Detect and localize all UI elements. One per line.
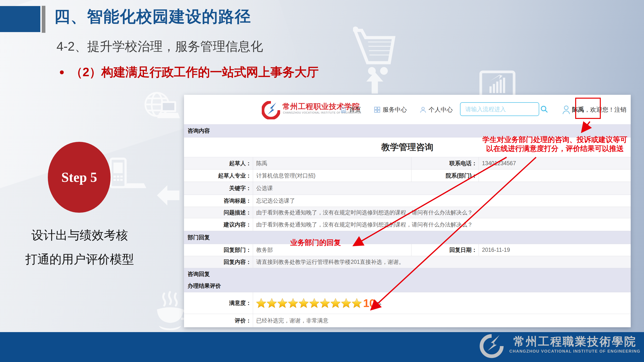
nav-item-label: 服务中心	[383, 106, 407, 114]
rating-score: 10	[363, 297, 376, 310]
annotation-satisfaction-note: 学生对业务部门处理的咨询、投诉或建议等可 以在线进行满意度打分，评价结果可以推送	[481, 135, 629, 153]
star-icon[interactable]	[320, 298, 330, 308]
arrow-left-icon	[156, 183, 180, 207]
nav-item-label: 首页	[349, 106, 361, 114]
footer-bar: 常州工程職業技術學院 CHANGZHOU VOCATIONAL INSTITUT…	[0, 332, 644, 362]
section-label: 咨询内容	[188, 127, 210, 135]
search-input[interactable]	[460, 106, 540, 113]
section-label: 部门回复	[188, 234, 210, 241]
section-label: 咨询回复	[188, 270, 210, 278]
star-icon[interactable]	[309, 298, 319, 308]
star-icon[interactable]	[341, 298, 351, 308]
step-caption-line1: 设计出与绩效考核	[7, 223, 152, 247]
annotation-dept-reply-note: 业务部门的回复	[290, 238, 341, 248]
nav-item-service-center[interactable]: 服务中心	[374, 106, 407, 114]
nav-item-label: 个人中心	[428, 106, 453, 114]
star-icon[interactable]	[352, 298, 362, 308]
star-rating[interactable]	[256, 298, 362, 308]
star-icon[interactable]	[330, 298, 340, 308]
person-icon	[420, 106, 427, 113]
star-icon[interactable]	[299, 298, 308, 308]
star-icon[interactable]	[267, 298, 277, 308]
rating-unit: 分	[376, 301, 382, 309]
title-accent-block	[0, 6, 40, 32]
step-caption: 设计出与绩效考核 打通的用户评价模型	[7, 223, 152, 271]
nav-item-home[interactable]: 首页	[340, 106, 361, 114]
portal-nav: 首页 服务中心 个人中心	[340, 95, 453, 124]
form-row-reply-dept: 回复部门： 教务部 回复日期： 2016-11-19	[184, 244, 631, 256]
shopping-cart-icon	[353, 26, 396, 96]
form-row-satisfaction: 满意度： 10 分	[184, 292, 631, 314]
slide-subtitle: 4-2、提升学校治理，服务管理信息化	[56, 38, 263, 55]
form-row-keyword: 关键字： 公选课	[184, 182, 631, 195]
step-badge: Step 5	[48, 142, 110, 213]
step-caption-line2: 打通的用户评价模型	[7, 247, 152, 271]
globe-laptop-icon	[144, 91, 180, 121]
title-accent-bar	[42, 6, 46, 33]
form-row-problem: 问题描述： 由于看到教务处通知晚了，没有在规定时间选修到想选的课程，请问有什么办…	[184, 207, 631, 218]
section-consult-reply: 咨询回复	[184, 268, 631, 280]
user-avatar-icon	[562, 105, 570, 114]
footer-logo: 常州工程職業技術學院 CHANGZHOU VOCATIONAL INSTITUT…	[478, 334, 640, 358]
search-icon[interactable]	[540, 105, 548, 113]
portal-header: 常州工程职业技术学院 CHANGZHOU VOCATIONAL INSTITUT…	[184, 95, 631, 124]
bullet-dot-icon	[60, 70, 64, 74]
user-highlight-box	[575, 98, 601, 119]
footer-logo-icon	[478, 334, 505, 358]
portal-logo-icon[interactable]	[262, 101, 280, 119]
form-row-drafter: 起草人： 陈禹 联系电话： 13401234567	[184, 157, 631, 170]
star-icon[interactable]	[278, 298, 287, 308]
slide-bullet: （2）构建满足行政工作的一站式网上事务大厅	[60, 64, 319, 80]
form-row-reply-content: 回复内容： 请直接到教务处教学运行管理科教学楼201直接补选，谢谢。	[184, 256, 631, 268]
portal-screenshot: 常州工程职业技术学院 CHANGZHOU VOCATIONAL INSTITUT…	[184, 95, 631, 327]
star-icon[interactable]	[288, 298, 298, 308]
nav-item-personal-center[interactable]: 个人中心	[420, 106, 453, 114]
footer-school-name: 常州工程職業技術學院	[509, 334, 640, 349]
slide-title: 四、智能化校园建设的路径	[54, 6, 251, 27]
footer-school-name-en: CHANGZHOU VOCATIONAL INSTITUTE OF ENGINE…	[509, 349, 640, 354]
bullet-text: （2）构建满足行政工作的一站式网上事务大厅	[70, 64, 319, 80]
form-row-suggestion: 建议内容： 由于看到教务处通知晚了，没有在规定时间选修到想选的课程，请问有什么办…	[184, 218, 631, 231]
search-box[interactable]	[460, 102, 539, 116]
slide-canvas: 四、智能化校园建设的路径 4-2、提升学校治理，服务管理信息化 （2）构建满足行…	[0, 0, 644, 362]
grid-icon	[374, 106, 381, 113]
form-row-evaluation: 评价： 已经补选完，谢谢，非常满意	[184, 314, 631, 327]
step-badge-label: Step 5	[61, 170, 97, 185]
home-icon	[340, 106, 347, 113]
star-icon[interactable]	[256, 298, 266, 308]
section-dept-reply: 部门回复	[184, 231, 631, 244]
phone-icon	[108, 157, 147, 193]
section-label: 办理结果评价	[188, 282, 221, 290]
form-row-major: 起草人专业： 计算机信息管理(对口招) 院系(部门)：	[184, 170, 631, 182]
section-result-eval: 办理结果评价	[184, 280, 631, 292]
form-row-consult-title: 咨询标题： 忘记选公选课了	[184, 195, 631, 207]
